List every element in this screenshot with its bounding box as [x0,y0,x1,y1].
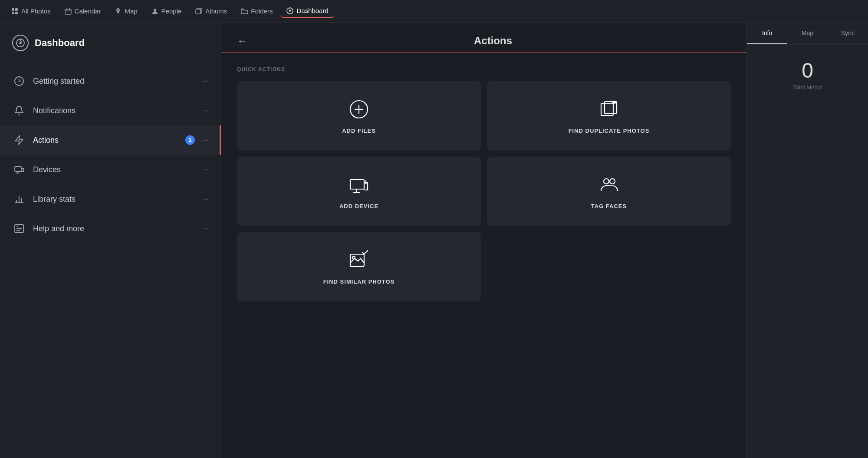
nav-label-dashboard: Dashboard [296,7,328,14]
notifications-label: Notifications [33,106,195,115]
svg-rect-9 [196,9,201,14]
nav-label-all-photos: All Photos [21,7,51,15]
sidebar-item-devices[interactable]: Devices → [0,155,221,184]
sidebar-nav: Getting started → Notifications → [0,61,221,249]
svg-point-8 [154,9,156,11]
nav-item-calendar[interactable]: Calendar [59,5,107,17]
svg-point-45 [604,179,609,184]
content-body: QUICK ACTIONS ADD FILES [221,52,746,458]
getting-started-icon [12,74,26,88]
person-icon [151,8,158,15]
action-card-add-files[interactable]: ADD FILES [237,81,481,150]
nav-item-folders[interactable]: Folders [235,5,279,17]
sidebar: Dashboard Getting started → [0,23,221,458]
notifications-arrow: → [202,107,209,114]
content-title: Actions [255,35,731,47]
help-arrow: → [202,225,209,232]
actions-grid: ADD FILES [237,81,731,301]
add-device-icon [348,173,370,196]
albums-icon [195,8,202,15]
nav-label-calendar: Calendar [75,7,101,15]
actions-icon [12,133,26,147]
find-duplicate-label: FIND DUPLICATE PHOTOS [569,128,650,134]
add-files-label: ADD FILES [342,128,376,134]
svg-rect-40 [350,180,364,189]
action-card-find-duplicate[interactable]: FIND DUPLICATE PHOTOS [487,81,731,150]
dashboard-header-icon [12,35,29,51]
tab-sync[interactable]: Sync [828,23,868,44]
content-header: ← Actions [221,23,746,52]
nav-label-folders: Folders [251,7,273,15]
svg-rect-0 [12,8,14,11]
sidebar-item-notifications[interactable]: Notifications → [0,96,221,125]
sidebar-item-getting-started[interactable]: Getting started → [0,66,221,96]
right-panel: Info Map Sync 0 Total Media [746,23,868,458]
sidebar-item-actions[interactable]: Actions 1 → [0,125,221,155]
nav-label-map: Map [125,7,137,15]
sidebar-header: Dashboard [0,23,221,61]
back-button[interactable]: ← [237,35,247,47]
actions-arrow: → [202,136,209,144]
actions-label: Actions [33,136,178,145]
top-navigation: All Photos Calendar Map People [0,0,868,23]
library-stats-icon [12,192,26,206]
svg-rect-2 [12,12,14,14]
tag-faces-label: TAG FACES [591,203,627,209]
devices-label: Devices [33,165,195,174]
right-panel-tabs: Info Map Sync [747,23,868,45]
nav-item-all-photos[interactable]: All Photos [5,5,57,17]
total-media-label: Total Media [793,84,822,91]
nav-label-albums: Albums [205,7,227,15]
actions-badge: 1 [185,135,195,145]
folders-icon [241,8,248,15]
sidebar-title: Dashboard [35,37,85,49]
map-icon [115,8,122,15]
add-files-icon [348,98,370,121]
library-stats-arrow: → [202,195,209,203]
svg-point-48 [352,256,355,259]
svg-rect-4 [65,9,71,14]
svg-rect-1 [15,8,18,11]
svg-line-17 [21,42,22,43]
devices-icon [12,163,26,177]
calendar-icon [65,8,72,15]
nav-item-map[interactable]: Map [108,5,143,17]
tag-faces-icon [598,173,620,196]
content-area: ← Actions QUICK ACTIONS ADD FILES [221,23,746,458]
getting-started-label: Getting started [33,77,195,86]
help-icon [12,222,26,236]
svg-line-13 [290,10,291,10]
action-card-add-device[interactable]: ADD DEVICE [237,157,481,226]
sidebar-item-help[interactable]: Help and more → [0,214,221,243]
svg-rect-3 [15,12,18,14]
main-layout: Dashboard Getting started → [0,23,868,458]
right-panel-content: 0 Total Media [747,45,868,105]
nav-item-dashboard[interactable]: Dashboard [280,4,334,18]
svg-rect-20 [15,167,21,171]
library-stats-label: Library stats [33,195,195,204]
action-card-find-similar[interactable]: FIND SIMILAR PHOTOS [237,232,481,301]
svg-marker-19 [15,136,23,144]
sidebar-item-library-stats[interactable]: Library stats → [0,184,221,214]
nav-item-people[interactable]: People [145,5,188,17]
nav-label-people: People [161,7,182,15]
find-similar-icon [348,249,370,272]
dashboard-icon [286,7,293,14]
grid-icon [11,8,18,15]
getting-started-arrow: → [202,77,209,85]
nav-item-albums[interactable]: Albums [189,5,233,17]
find-duplicate-icon [598,98,620,121]
total-media-count: 0 [802,59,813,82]
action-card-tag-faces[interactable]: TAG FACES [487,157,731,226]
quick-actions-label: QUICK ACTIONS [237,66,731,72]
find-similar-label: FIND SIMILAR PHOTOS [323,278,395,285]
notifications-icon [12,104,26,118]
svg-point-46 [610,179,615,184]
tab-map[interactable]: Map [787,23,828,44]
help-label: Help and more [33,224,195,233]
tab-info[interactable]: Info [747,23,787,44]
devices-arrow: → [202,166,209,173]
add-device-label: ADD DEVICE [339,203,378,209]
